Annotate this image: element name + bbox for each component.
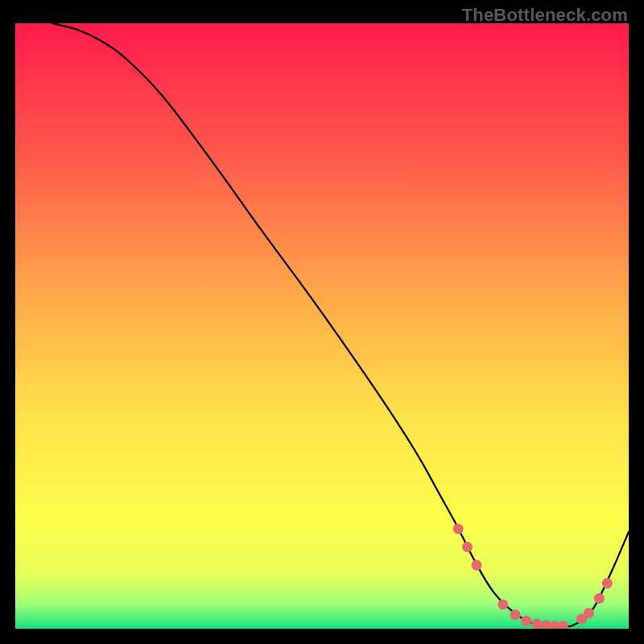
gradient-background <box>15 23 629 629</box>
highlight-dot <box>510 609 521 620</box>
highlight-dot <box>472 560 482 571</box>
highlight-dot <box>594 593 605 604</box>
highlight-dot <box>497 599 508 609</box>
chart-frame <box>15 23 629 629</box>
highlight-dot <box>521 616 531 626</box>
highlight-dot <box>462 542 473 552</box>
highlight-dot <box>584 608 594 618</box>
highlight-dot <box>531 618 542 629</box>
highlight-dot <box>602 578 613 588</box>
bottleneck-chart <box>15 23 629 629</box>
highlight-dot <box>453 523 464 534</box>
